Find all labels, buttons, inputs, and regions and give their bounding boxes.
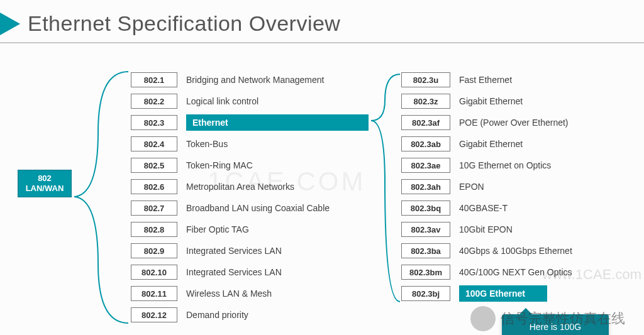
mid-row: 802.4Token-Bus: [131, 135, 376, 153]
mid-code: 802.3: [131, 115, 177, 130]
mid-desc: Token-Ring MAC: [186, 160, 253, 170]
page-title: Ethernet Specification Overview: [28, 11, 340, 36]
mid-code: 802.7: [131, 200, 177, 216]
right-row: 802.3abGigabit Ethernet: [401, 135, 640, 153]
mid-code: 802.5: [131, 158, 177, 173]
right-desc: EPON: [459, 182, 484, 192]
mid-desc: Logical link control: [186, 96, 258, 106]
mid-row: 802.10Integrated Services LAN: [131, 263, 376, 282]
right-code: 802.3af: [401, 115, 450, 130]
right-row: 802.3bm40G/100G NEXT Gen Optics: [401, 263, 640, 282]
right-code: 802.3bj: [401, 286, 450, 301]
right-code: 802.3bm: [401, 265, 450, 280]
right-code: 802.3u: [401, 72, 450, 87]
mid-row: 802.8Fiber Optic TAG: [131, 220, 376, 239]
right-desc: 40G/100G NEXT Gen Optics: [459, 267, 572, 277]
mid-row: 802.3Ethernet: [131, 113, 376, 132]
mid-code: 802.4: [131, 136, 177, 151]
right-row: 802.3zGigabit Ethernet: [401, 92, 640, 111]
callout-text: Here is 100G: [530, 322, 581, 332]
right-desc: 100G Ethernet: [459, 285, 547, 302]
root-line1: 802: [18, 173, 71, 184]
callout-100g: Here is 100G: [502, 314, 609, 335]
mid-row: 802.5Token-Ring MAC: [131, 156, 376, 175]
title-bar: Ethernet Specification Overview: [0, 0, 644, 42]
mid-desc: Metropolitan Area Networks: [186, 182, 294, 192]
right-desc: 10G Ethernet on Optics: [459, 160, 551, 170]
right-code: 802.3ae: [401, 158, 450, 173]
mid-desc: Integrated Services LAN: [186, 246, 282, 256]
right-row: 802.3ae10G Ethernet on Optics: [401, 156, 640, 175]
right-code: 802.3ab: [401, 136, 450, 151]
right-row: 802.3av10Gbit EPON: [401, 220, 640, 239]
mid-row: 802.7Broadband LAN using Coaxial Cable: [131, 199, 376, 217]
right-desc: 40Gbps & 100Gbps Ethernet: [459, 246, 572, 256]
root-node: 802 LAN/WAN: [18, 170, 72, 197]
right-desc: 40GBASE-T: [459, 203, 508, 213]
right-desc: POE (Power Over Ethernet): [459, 118, 569, 128]
right-column: 802.3uFast Ethernet802.3zGigabit Etherne…: [401, 70, 640, 305]
mid-row: 802.9Integrated Services LAN: [131, 241, 376, 260]
mid-desc: Ethernet: [186, 114, 369, 131]
mid-desc: Fiber Optic TAG: [186, 224, 249, 234]
mid-desc: Wireless LAN & Mesh: [186, 288, 272, 299]
mid-code: 802.9: [131, 243, 177, 258]
diagram-area: 1CAE.COM www.1CAE.com 802 LAN/WAN 802.1B…: [0, 57, 644, 327]
right-row: 802.3afPOE (Power Over Ethernet): [401, 113, 640, 132]
right-code: 802.3z: [401, 94, 450, 109]
right-code: 802.3bq: [401, 200, 450, 216]
right-row: 802.3bj100G Ethernet: [401, 284, 640, 303]
mid-code: 802.12: [131, 307, 177, 322]
mid-row: 802.12Demand priority: [131, 305, 376, 324]
right-code: 802.3ah: [401, 179, 450, 194]
mid-code: 802.10: [131, 265, 177, 280]
right-row: 802.3ba40Gbps & 100Gbps Ethernet: [401, 241, 640, 260]
mid-row: 802.11Wireless LAN & Mesh: [131, 284, 376, 303]
right-code: 802.3ba: [401, 243, 450, 258]
mid-desc: Demand priority: [186, 310, 248, 320]
bracket-right-icon: [370, 69, 401, 308]
arrow-right-icon: [0, 13, 20, 35]
mid-code: 802.11: [131, 286, 177, 301]
right-desc: Gigabit Ethernet: [459, 139, 523, 149]
right-code: 802.3av: [401, 222, 450, 237]
mid-desc: Integrated Services LAN: [186, 267, 282, 277]
right-row: 802.3bq40GBASE-T: [401, 199, 640, 217]
right-row: 802.3ahEPON: [401, 177, 640, 196]
mid-desc: Token-Bus: [186, 139, 228, 149]
mid-row: 802.6Metropolitan Area Networks: [131, 177, 376, 196]
right-desc: Fast Ethernet: [459, 75, 512, 85]
right-row: 802.3uFast Ethernet: [401, 70, 640, 89]
mid-code: 802.2: [131, 94, 177, 109]
mid-row: 802.2Logical link control: [131, 92, 376, 111]
mid-desc: Broadband LAN using Coaxial Cable: [186, 203, 330, 213]
divider: [0, 42, 644, 43]
right-desc: 10Gbit EPON: [459, 224, 513, 234]
mid-column: 802.1Bridging and Network Management802.…: [131, 70, 376, 327]
mid-row: 802.1Bridging and Network Management: [131, 70, 376, 89]
right-desc: Gigabit Ethernet: [459, 96, 523, 106]
mid-code: 802.6: [131, 179, 177, 194]
mid-desc: Bridging and Network Management: [186, 75, 324, 85]
bracket-left-icon: [73, 69, 130, 327]
root-line2: LAN/WAN: [18, 184, 71, 194]
mid-code: 802.1: [131, 72, 177, 87]
mid-code: 802.8: [131, 222, 177, 237]
